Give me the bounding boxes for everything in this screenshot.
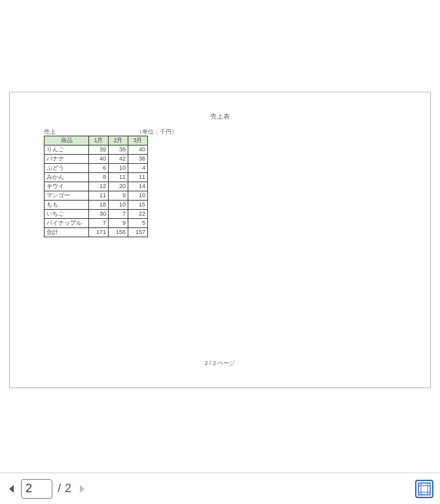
table-row: マンゴー11910 [45, 191, 148, 201]
table-row: りんご393840 [45, 145, 148, 155]
cell-m3: 11 [128, 173, 148, 182]
chevron-right-icon [78, 484, 86, 494]
cell-product: りんご [45, 145, 89, 155]
svg-marker-1 [80, 485, 84, 493]
next-page-button[interactable] [77, 484, 87, 494]
cell-m3: 4 [128, 164, 148, 173]
col-month3: 3月 [128, 136, 148, 145]
cell-m3: 5 [128, 219, 148, 228]
cell-product: バナナ [45, 155, 89, 164]
page-number-input[interactable] [21, 479, 52, 499]
cell-m1: 6 [89, 164, 109, 173]
cell-m3: 14 [128, 182, 148, 191]
document-title: 売上表 [10, 112, 430, 121]
pagination-toolbar: / 2 [0, 473, 440, 504]
cell-total-label: 合計 [45, 228, 89, 237]
cell-m3: 22 [128, 210, 148, 219]
cell-m1: 7 [89, 219, 109, 228]
cell-m1: 12 [89, 182, 109, 191]
top-label: 売上 [44, 128, 56, 135]
cell-m3: 10 [128, 191, 148, 201]
chevron-left-icon [8, 484, 16, 494]
cell-m2: 11 [109, 173, 128, 182]
cell-total-m2: 156 [109, 228, 128, 237]
col-month2: 2月 [109, 136, 128, 145]
cell-product: パイナップル [45, 219, 89, 228]
cell-m1: 40 [89, 155, 109, 164]
table-header-row: 商品 1月 2月 3月 [45, 136, 148, 145]
table-row: キウイ122014 [45, 182, 148, 191]
prev-page-button[interactable] [7, 484, 17, 494]
cell-product: もも [45, 201, 89, 210]
page-separator: / [58, 482, 61, 495]
svg-marker-0 [9, 485, 14, 493]
table-row: いちご30722 [45, 210, 148, 219]
page-footer: 2 / 2 ページ [10, 359, 430, 368]
table-row: もも181015 [45, 201, 148, 210]
cell-m2: 20 [109, 182, 128, 191]
cell-m1: 39 [89, 145, 109, 155]
cell-m2: 42 [109, 155, 128, 164]
cell-m2: 9 [109, 191, 128, 201]
cell-total-m1: 171 [89, 228, 109, 237]
cell-m1: 8 [89, 173, 109, 182]
cell-product: みかん [45, 173, 89, 182]
cell-m2: 7 [109, 210, 128, 219]
cell-m1: 18 [89, 201, 109, 210]
cell-product: いちご [45, 210, 89, 219]
margins-icon [418, 482, 431, 495]
print-preview-page: 売上表 売上 （単位：千円） 商品 1月 2月 3月 りんご393840バナナ4… [9, 92, 431, 388]
table-row: パイナップル795 [45, 219, 148, 228]
cell-m3: 36 [128, 155, 148, 164]
cell-m2: 10 [109, 164, 128, 173]
cell-m2: 38 [109, 145, 128, 155]
cell-product: マンゴー [45, 191, 89, 201]
cell-m2: 9 [109, 219, 128, 228]
cell-m2: 10 [109, 201, 128, 210]
table-total-row: 合計171156157 [45, 228, 148, 237]
margins-button[interactable] [415, 480, 433, 498]
table-row: ぶどう6104 [45, 164, 148, 173]
cell-product: キウイ [45, 182, 89, 191]
cell-m3: 15 [128, 201, 148, 210]
sales-table: 商品 1月 2月 3月 りんご393840バナナ404236ぶどう6104みかん… [44, 136, 148, 237]
page-total: 2 [65, 482, 71, 495]
svg-rect-2 [418, 483, 430, 495]
table-row: みかん81111 [45, 173, 148, 182]
cell-product: ぶどう [45, 164, 89, 173]
col-month1: 1月 [89, 136, 109, 145]
table-row: バナナ404236 [45, 155, 148, 164]
cell-m3: 40 [128, 145, 148, 155]
cell-total-m3: 157 [128, 228, 148, 237]
cell-m1: 30 [89, 210, 109, 219]
col-product: 商品 [45, 136, 89, 145]
cell-m1: 11 [89, 191, 109, 201]
